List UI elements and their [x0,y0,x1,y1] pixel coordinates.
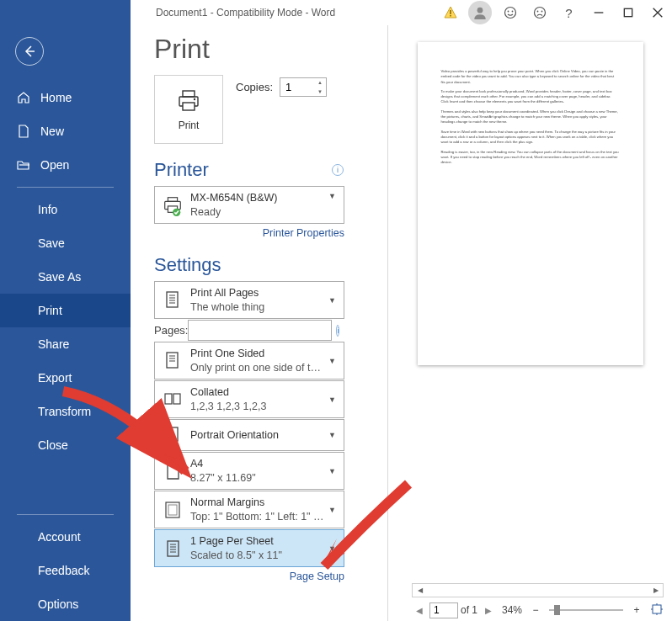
copies-spinner[interactable]: ▲▼ [314,78,326,96]
svg-rect-36 [168,505,177,515]
page-title: Print [154,34,387,65]
scroll-left-button[interactable]: ◀ [413,584,427,597]
printer-icon [160,190,185,220]
settings-heading: Settings [154,254,387,276]
sidebar-options[interactable]: Options [0,587,131,621]
sidebar-label: Open [40,158,69,172]
preview-page: Video provides a powerful way to help yo… [418,42,643,365]
sidebar-label: Save [38,236,65,250]
pages-info-icon[interactable]: i [336,325,339,337]
svg-point-5 [511,11,513,13]
help-icon[interactable]: ? [554,0,584,25]
fit-to-window-button[interactable] [650,602,664,618]
print-preview-panel: Video provides a powerful way to help yo… [387,25,672,621]
printer-status: Ready [190,205,325,220]
close-window-button[interactable] [643,0,672,25]
account-avatar[interactable] [468,1,492,24]
pages-icon [160,285,185,315]
print-button[interactable]: Print [154,75,223,144]
back-button[interactable] [15,37,44,66]
sidebar-label: Info [38,203,57,216]
title-bar: Document1 - Compatibility Mode - Word ? [131,0,672,25]
one-sided-icon [160,346,185,375]
svg-point-8 [541,11,542,13]
sidebar-label: Share [38,337,69,351]
printer-dropdown[interactable]: MX-M654N (B&W) Ready ▼ [154,186,344,224]
next-page-button[interactable]: ▶ [481,606,496,615]
svg-point-6 [534,8,545,19]
scroll-track[interactable] [427,584,648,597]
margins-icon [160,495,185,524]
orientation-dropdown[interactable]: Portrait Orientation ▼ [154,419,344,451]
sidebar-label: Close [38,438,68,452]
sidebar-account[interactable]: Account [0,520,131,554]
sided-dropdown[interactable]: Print One Sided Only print on one side o… [154,342,344,380]
margins-dropdown[interactable]: Normal Margins Top: 1" Bottom: 1" Left: … [154,491,344,528]
print-range-dropdown[interactable]: Print All Pages The whole thing ▼ [154,281,344,319]
svg-point-4 [507,11,509,13]
sidebar-label: Print [38,304,62,317]
svg-rect-1 [450,15,451,17]
sidebar-label: Account [38,530,81,544]
page-of-label: of 1 [461,604,477,616]
sidebar-divider [17,514,114,515]
paper-size-dropdown[interactable]: A4 8.27" x 11.69" ▼ [154,452,344,490]
chevron-down-icon: ▼ [328,357,339,365]
printer-properties-link[interactable]: Printer Properties [154,227,344,239]
sidebar-label: Feedback [38,564,89,577]
page-setup-link[interactable]: Page Setup [154,571,344,582]
page-number-input[interactable] [429,602,458,618]
scroll-right-button[interactable]: ▶ [648,584,663,597]
svg-rect-0 [450,10,451,14]
sidebar-open[interactable]: Open [0,148,131,182]
print-settings-column: Print Print Copies: ▲▼ Printer i MX-M654… [131,25,387,621]
sidebar-label: Home [40,91,72,104]
chevron-down-icon: ▼ [328,395,339,404]
svg-rect-23 [167,292,178,307]
sidebar-transform[interactable]: Transform [0,395,131,428]
sidebar-label: Save As [38,270,81,284]
sidebar-home[interactable]: Home [0,81,131,114]
sidebar-save[interactable]: Save [0,226,131,260]
sidebar-label: Transform [38,405,91,418]
svg-point-2 [477,8,483,13]
per-sheet-icon [160,533,185,563]
sidebar-print[interactable]: Print [0,294,131,327]
maximize-button[interactable] [613,0,643,25]
sidebar-label: New [40,125,64,138]
print-button-label: Print [179,119,200,131]
printer-info-icon[interactable]: i [332,164,344,176]
sidebar-feedback[interactable]: Feedback [0,554,131,587]
svg-point-7 [536,11,538,13]
zoom-in-button[interactable]: + [630,604,643,616]
collated-dropdown[interactable]: Collated 1,2,3 1,2,3 1,2,3 ▼ [154,380,344,418]
chevron-down-icon: ▼ [328,296,339,305]
sidebar-save-as[interactable]: Save As [0,260,131,294]
pages-input[interactable] [188,320,332,341]
horizontal-scrollbar[interactable]: ◀ ▶ [412,583,664,597]
sidebar-label: Export [38,371,72,385]
sidebar-new[interactable]: New [0,114,131,148]
sidebar-export[interactable]: Export [0,361,131,395]
portrait-icon [160,423,185,447]
minimize-button[interactable] [584,0,613,25]
chevron-down-icon: ▼ [328,431,339,439]
warning-icon[interactable] [435,0,465,25]
sidebar-share[interactable]: Share [0,327,131,361]
preview-footer: ◀ of 1 ▶ 34% − + [412,601,664,619]
prev-page-button[interactable]: ◀ [412,606,427,615]
sidebar-info[interactable]: Info [0,193,131,226]
copies-label: Copies: [236,81,273,93]
zoom-out-button[interactable]: − [529,604,542,616]
svg-rect-32 [165,394,172,404]
feedback-frown-icon[interactable] [525,0,554,25]
svg-rect-42 [653,605,661,613]
pages-per-sheet-dropdown[interactable]: 1 Page Per Sheet Scaled to 8.5" x 11" ▼ [154,529,344,567]
zoom-slider[interactable] [549,609,623,611]
printer-heading: Printer i [154,159,387,181]
feedback-smile-icon[interactable] [495,0,525,25]
zoom-percent[interactable]: 34% [502,604,522,616]
sidebar-divider [17,187,114,188]
svg-rect-17 [183,103,195,110]
sidebar-close[interactable]: Close [0,428,131,462]
